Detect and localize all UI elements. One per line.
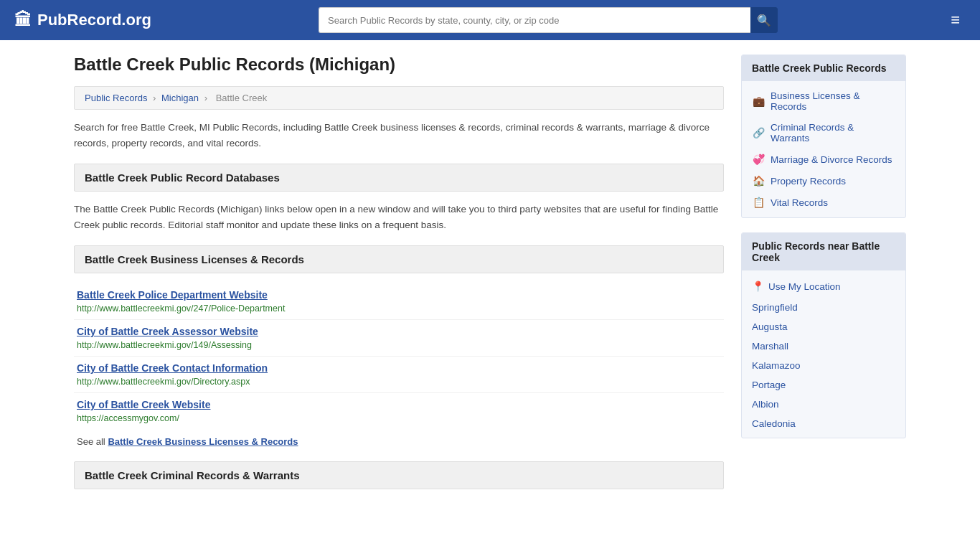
breadcrumb: Public Records › Michigan › Battle Creek: [74, 86, 724, 110]
record-entry-3: City of Battle Creek Contact Information…: [74, 357, 724, 393]
sidebar-item-label-marriage: Marriage & Divorce Records: [771, 154, 892, 165]
hamburger-icon: ≡: [951, 11, 960, 29]
sidebar-item-marriage-records[interactable]: 💞 Marriage & Divorce Records: [742, 149, 905, 170]
search-icon: 🔍: [757, 14, 771, 27]
nearby-item-marshall[interactable]: Marshall: [742, 336, 905, 356]
search-button[interactable]: 🔍: [750, 7, 778, 33]
sidebar-nearby-title: Public Records near Battle Creek: [742, 233, 905, 270]
record-entry-4: City of Battle Creek Website https://acc…: [74, 393, 724, 429]
nearby-item-springfield[interactable]: Springfield: [742, 298, 905, 317]
site-logo[interactable]: 🏛 PubRecord.org: [14, 10, 151, 30]
record-link-3[interactable]: City of Battle Creek Contact Information: [77, 362, 721, 374]
record-url-2[interactable]: http://www.battlecreekmi.gov/149/Assessi…: [77, 340, 252, 350]
db-section-header: Battle Creek Public Record Databases: [74, 164, 724, 192]
nearby-item-augusta[interactable]: Augusta: [742, 317, 905, 336]
use-location-label: Use My Location: [768, 281, 841, 292]
record-url-3[interactable]: http://www.battlecreekmi.gov/Directory.a…: [77, 377, 250, 387]
see-all-prefix: See all: [77, 436, 108, 447]
rings-icon: 💞: [752, 154, 765, 165]
record-entry-1: Battle Creek Police Department Website h…: [74, 283, 724, 320]
criminal-records-header: Battle Creek Criminal Records & Warrants: [74, 461, 724, 489]
sidebar-item-business-licenses[interactable]: 💼 Business Licenses & Records: [742, 85, 905, 117]
sidebar-nearby-items: 📍 Use My Location Springfield Augusta Ma…: [742, 270, 905, 438]
use-location-button[interactable]: 📍 Use My Location: [742, 275, 905, 298]
breadcrumb-link-michigan[interactable]: Michigan: [161, 93, 199, 103]
db-description: The Battle Creek Public Records (Michiga…: [74, 202, 724, 232]
record-entry-2: City of Battle Creek Assessor Website ht…: [74, 320, 724, 357]
main-content: Battle Creek Public Records (Michigan) P…: [74, 55, 724, 499]
sidebar-item-property-records[interactable]: 🏠 Property Records: [742, 170, 905, 192]
clipboard-icon: 📋: [752, 197, 765, 208]
sidebar-public-records-items: 💼 Business Licenses & Records 🔗 Criminal…: [742, 81, 905, 217]
sidebar-public-records-box: Battle Creek Public Records 💼 Business L…: [741, 55, 906, 218]
link-icon: 🔗: [752, 127, 765, 138]
see-all-business-link[interactable]: Battle Creek Business Licenses & Records: [108, 436, 298, 447]
site-header: 🏛 PubRecord.org 🔍 ≡: [0, 0, 980, 40]
search-input[interactable]: [319, 7, 750, 33]
breadcrumb-link-public-records[interactable]: Public Records: [85, 93, 147, 103]
nearby-item-portage[interactable]: Portage: [742, 375, 905, 395]
record-link-4[interactable]: City of Battle Creek Website: [77, 399, 721, 410]
sidebar: Battle Creek Public Records 💼 Business L…: [741, 55, 906, 499]
record-url-1[interactable]: http://www.battlecreekmi.gov/247/Police-…: [77, 303, 285, 314]
nearby-item-albion[interactable]: Albion: [742, 395, 905, 414]
home-icon: 🏠: [752, 175, 765, 187]
nearby-item-kalamazoo[interactable]: Kalamazoo: [742, 356, 905, 375]
sidebar-nearby-box: Public Records near Battle Creek 📍 Use M…: [741, 232, 906, 438]
nearby-item-caledonia[interactable]: Caledonia: [742, 414, 905, 433]
business-licenses-header: Battle Creek Business Licenses & Records: [74, 245, 724, 273]
intro-description: Search for free Battle Creek, MI Public …: [74, 120, 724, 151]
breadcrumb-current: Battle Creek: [216, 93, 268, 103]
record-link-1[interactable]: Battle Creek Police Department Website: [77, 289, 721, 301]
sidebar-item-label-property: Property Records: [771, 176, 846, 187]
breadcrumb-separator-1: ›: [153, 93, 156, 103]
briefcase-icon: 💼: [752, 95, 765, 107]
search-bar: 🔍: [319, 7, 778, 33]
menu-button[interactable]: ≡: [945, 8, 966, 32]
record-link-2[interactable]: City of Battle Creek Assessor Website: [77, 326, 721, 337]
see-all-business: See all Battle Creek Business Licenses &…: [77, 436, 721, 447]
sidebar-item-label-criminal: Criminal Records & Warrants: [771, 122, 895, 143]
breadcrumb-separator-2: ›: [204, 93, 207, 103]
business-licenses-section: Battle Creek Business Licenses & Records…: [74, 245, 724, 447]
location-pin-icon: 📍: [752, 281, 764, 292]
sidebar-item-criminal-records[interactable]: 🔗 Criminal Records & Warrants: [742, 117, 905, 149]
logo-icon: 🏛: [14, 10, 32, 30]
record-url-4[interactable]: https://accessmygov.com/: [77, 413, 179, 423]
logo-text: PubRecord.org: [37, 11, 151, 29]
sidebar-public-records-title: Battle Creek Public Records: [742, 55, 905, 81]
sidebar-item-label-vital: Vital Records: [771, 197, 828, 208]
sidebar-item-label-business: Business Licenses & Records: [771, 90, 895, 112]
page-title: Battle Creek Public Records (Michigan): [74, 55, 724, 75]
page-container: Battle Creek Public Records (Michigan) P…: [60, 40, 920, 528]
sidebar-item-vital-records[interactable]: 📋 Vital Records: [742, 192, 905, 213]
